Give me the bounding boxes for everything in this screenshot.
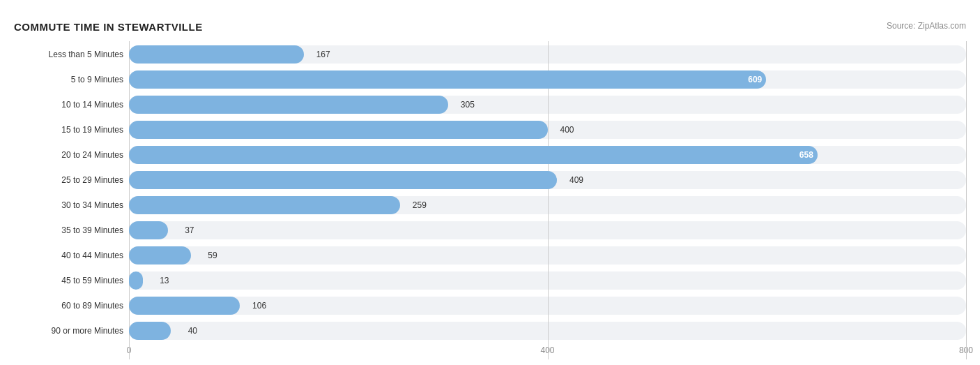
bar-label: 60 to 89 Minutes [14,301,129,311]
bar-value: 305 [461,100,475,110]
bar-track: 13 [129,271,966,290]
bar-fill: 13 [129,271,143,290]
chart-source: Source: ZipAtlas.com [887,21,966,31]
bar-track: 40 [129,322,966,340]
bar-row: 35 to 39 Minutes37 [14,218,966,242]
bar-value: 609 [748,75,762,84]
bar-fill: 59 [129,246,191,265]
bar-fill: 409 [129,171,557,189]
bar-fill: 400 [129,121,548,139]
bar-row: 45 to 59 Minutes13 [14,269,966,292]
bar-value: 13 [160,276,169,285]
bar-row: 90 or more Minutes40 [14,319,966,343]
axis-track: 0400800 [129,345,966,359]
bar-fill: 37 [129,221,168,239]
bar-fill: 658 [129,146,818,164]
bar-track: 59 [129,246,966,265]
bar-fill: 40 [129,322,171,340]
bar-track: 167 [129,45,966,64]
chart-container: COMMUTE TIME IN STEWARTVILLE Source: Zip… [14,14,966,365]
bar-track: 37 [129,221,966,239]
bar-fill: 609 [129,70,766,89]
bar-value: 409 [569,175,583,185]
bar-fill: 106 [129,297,240,315]
bar-row: Less than 5 Minutes167 [14,43,966,66]
bar-label: 30 to 34 Minutes [14,200,129,210]
bar-track: 658 [129,146,966,164]
bar-fill: 305 [129,96,448,114]
bar-fill: 259 [129,196,400,214]
bar-row: 60 to 89 Minutes106 [14,294,966,318]
bar-value: 259 [413,200,427,210]
bar-value: 400 [560,125,574,135]
axis-label: 800 [959,345,973,355]
bar-label: 10 to 14 Minutes [14,100,129,110]
bar-label: 25 to 29 Minutes [14,175,129,185]
bar-label: 35 to 39 Minutes [14,225,129,235]
bar-track: 305 [129,96,966,114]
chart-title: COMMUTE TIME IN STEWARTVILLE [14,21,203,33]
bar-row: 5 to 9 Minutes609 [14,68,966,91]
chart-header: COMMUTE TIME IN STEWARTVILLE Source: Zip… [14,21,966,33]
axis-label: 0 [127,345,132,355]
bar-row: 10 to 14 Minutes305 [14,93,966,117]
bar-track: 106 [129,297,966,315]
bar-label: 5 to 9 Minutes [14,75,129,84]
bar-label: 45 to 59 Minutes [14,276,129,285]
bar-row: 20 to 24 Minutes658 [14,143,966,167]
bar-value: 40 [188,326,197,336]
bar-label: 90 or more Minutes [14,326,129,336]
bar-value: 167 [316,50,330,59]
bar-value: 59 [208,251,217,260]
bar-label: 15 to 19 Minutes [14,125,129,135]
bar-label: 40 to 44 Minutes [14,251,129,260]
bar-value: 37 [185,225,194,235]
bar-row: 25 to 29 Minutes409 [14,168,966,192]
bar-value: 658 [799,150,813,160]
bar-track: 400 [129,121,966,139]
axis-label: 400 [540,345,554,355]
bar-value: 106 [252,301,266,311]
bar-label: 20 to 24 Minutes [14,150,129,160]
bar-label: Less than 5 Minutes [14,50,129,59]
bar-track: 609 [129,70,966,89]
bar-row: 30 to 34 Minutes259 [14,193,966,217]
bar-row: 15 to 19 Minutes400 [14,118,966,142]
chart-body: Less than 5 Minutes1675 to 9 Minutes6091… [14,43,966,343]
bar-fill: 167 [129,45,304,64]
bar-row: 40 to 44 Minutes59 [14,244,966,267]
axis-row: 0400800 [14,345,966,359]
bar-track: 259 [129,196,966,214]
bar-track: 409 [129,171,966,189]
